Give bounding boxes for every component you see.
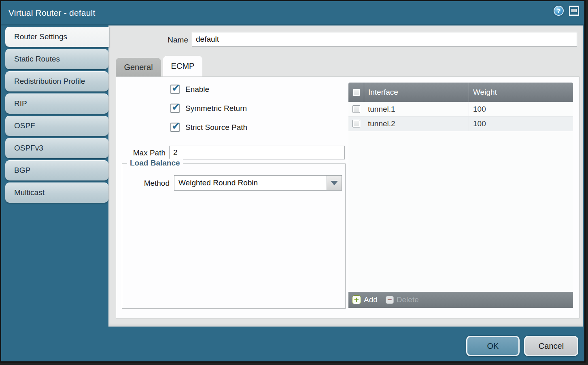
content-panel: Name General ECMP ✔ Enable ✔ Symmetric R… xyxy=(108,25,583,327)
table-empty-area xyxy=(348,131,573,292)
strict-source-path-checkbox[interactable]: ✔ xyxy=(170,123,180,132)
ok-button[interactable]: OK xyxy=(466,336,520,356)
method-selected-value: Weighted Round Robin xyxy=(174,176,327,190)
row-checkbox-cell xyxy=(348,105,364,113)
add-button[interactable]: + Add xyxy=(352,295,378,304)
method-dropdown-button[interactable] xyxy=(327,176,342,190)
strict-source-path-row: ✔ Strict Source Path xyxy=(170,123,247,132)
delete-button-label: Delete xyxy=(397,295,419,304)
checkmark-icon: ✔ xyxy=(172,82,180,94)
strict-source-path-label: Strict Source Path xyxy=(185,123,247,132)
sidebar-item-multicast[interactable]: Multicast xyxy=(5,182,108,203)
checkmark-icon: ✔ xyxy=(172,101,180,113)
sidebar-item-router-settings[interactable]: Router Settings xyxy=(5,27,109,47)
sidebar: Router Settings Static Routes Redistribu… xyxy=(5,27,108,205)
symmetric-return-row: ✔ Symmetric Return xyxy=(170,104,247,113)
cancel-button[interactable]: Cancel xyxy=(524,336,578,356)
interface-table: Interface Weight tunnel.1 100 tunnel.2 1… xyxy=(348,83,573,308)
dialog-titlebar: Virtual Router - default ? xyxy=(1,1,584,25)
dialog-title: Virtual Router - default xyxy=(8,1,96,24)
enable-label: Enable xyxy=(185,85,209,94)
table-row[interactable]: tunnel.2 100 xyxy=(348,117,573,131)
checkmark-icon: ✔ xyxy=(172,120,180,132)
symmetric-return-label: Symmetric Return xyxy=(185,104,247,113)
header-checkbox-cell xyxy=(348,89,364,96)
sidebar-item-bgp[interactable]: BGP xyxy=(5,160,108,180)
method-label: Method xyxy=(128,179,170,188)
row-checkbox-cell xyxy=(348,120,364,127)
sidebar-item-redistribution-profile[interactable]: Redistribution Profile xyxy=(5,71,108,91)
minus-icon: − xyxy=(386,296,394,304)
row-checkbox[interactable] xyxy=(352,105,360,113)
enable-checkbox[interactable]: ✔ xyxy=(170,85,180,94)
tab-general[interactable]: General xyxy=(116,58,161,76)
table-row[interactable]: tunnel.1 100 xyxy=(348,102,573,117)
enable-row: ✔ Enable xyxy=(170,85,209,94)
name-input[interactable] xyxy=(192,32,577,47)
cell-interface: tunnel.2 xyxy=(364,119,469,128)
tab-ecmp[interactable]: ECMP xyxy=(163,56,202,76)
row-checkbox[interactable] xyxy=(352,120,360,127)
cell-weight: 100 xyxy=(469,102,573,116)
sidebar-item-static-routes[interactable]: Static Routes xyxy=(5,49,108,69)
cell-interface: tunnel.1 xyxy=(364,105,469,114)
column-header-interface[interactable]: Interface xyxy=(364,83,469,102)
select-all-checkbox[interactable] xyxy=(352,89,360,96)
table-header: Interface Weight xyxy=(348,83,573,102)
table-toolbar: + Add − Delete xyxy=(348,292,573,308)
plus-icon: + xyxy=(352,295,361,304)
max-path-input[interactable] xyxy=(169,146,345,159)
max-path-label: Max Path xyxy=(124,149,166,157)
ecmp-tab-panel: ✔ Enable ✔ Symmetric Return ✔ Strict Sou… xyxy=(116,76,580,318)
sidebar-item-ospf[interactable]: OSPF xyxy=(5,116,108,136)
name-label: Name xyxy=(147,36,188,45)
add-button-label: Add xyxy=(364,295,378,304)
column-header-weight[interactable]: Weight xyxy=(469,83,573,102)
delete-button[interactable]: − Delete xyxy=(386,295,419,304)
maximize-icon[interactable] xyxy=(569,6,579,16)
virtual-router-dialog: Virtual Router - default ? Router Settin… xyxy=(0,0,586,363)
titlebar-icons: ? xyxy=(554,6,579,16)
help-icon[interactable]: ? xyxy=(554,6,564,16)
symmetric-return-checkbox[interactable]: ✔ xyxy=(170,104,180,113)
sidebar-item-rip[interactable]: RIP xyxy=(5,93,108,114)
sidebar-item-ospfv3[interactable]: OSPFv3 xyxy=(5,138,108,158)
chevron-down-icon xyxy=(331,181,338,185)
method-dropdown[interactable]: Weighted Round Robin xyxy=(174,175,342,191)
cell-weight: 100 xyxy=(469,117,573,131)
load-balance-legend: Load Balance xyxy=(127,159,183,168)
maximize-icon-inner xyxy=(571,9,577,12)
